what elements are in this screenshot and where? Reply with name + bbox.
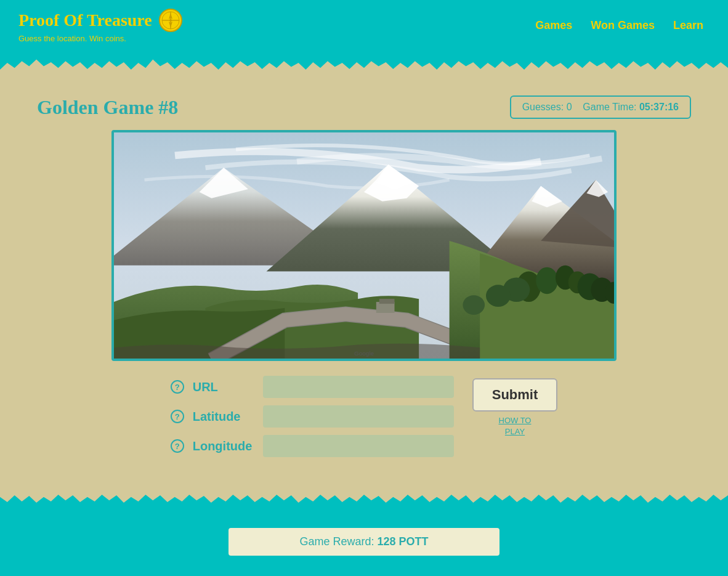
guesses-value: 0 bbox=[567, 102, 572, 112]
fields-section: ? URL ? Latitude ? Longitude bbox=[171, 376, 454, 457]
nav-learn[interactable]: Learn bbox=[673, 19, 703, 32]
longitude-field-row: ? Longitude bbox=[171, 435, 454, 457]
header: Proof Of Treasure Guess the location. Wi… bbox=[0, 0, 728, 49]
logo-text: Proof Of Treasure bbox=[18, 10, 152, 30]
nav-won-games[interactable]: Won Games bbox=[591, 19, 655, 32]
compass-icon bbox=[158, 8, 183, 33]
reward-prefix: Game Reward: bbox=[299, 535, 377, 548]
reward-bar: Game Reward: 128 POTT bbox=[229, 528, 499, 556]
longitude-label: Longitude bbox=[193, 439, 254, 453]
logo-subtitle: Guess the location. Win coins. bbox=[18, 34, 183, 43]
latitude-label: Latitude bbox=[193, 410, 254, 424]
footer: Game Reward: 128 POTT bbox=[0, 516, 728, 568]
longitude-input[interactable] bbox=[263, 435, 454, 457]
streetview-container[interactable]: Google bbox=[111, 130, 617, 361]
torn-top-edge bbox=[0, 49, 728, 83]
how-to-play-link[interactable]: HOW TOPLAY bbox=[499, 415, 532, 437]
game-stats: Guesses: 0 Game Time: 05:37:16 bbox=[510, 95, 691, 119]
latitude-field-row: ? Latitude bbox=[171, 405, 454, 428]
latitude-help-icon[interactable]: ? bbox=[171, 410, 184, 423]
svg-point-6 bbox=[169, 19, 172, 22]
logo-area: Proof Of Treasure Guess the location. Wi… bbox=[18, 8, 183, 43]
svg-text:Google: Google bbox=[354, 350, 374, 357]
longitude-help-icon[interactable]: ? bbox=[171, 439, 184, 453]
url-input[interactable] bbox=[263, 376, 454, 398]
form-area: ? URL ? Latitude ? Longitude Submit HOW … bbox=[37, 376, 691, 457]
game-time-value: 05:37:16 bbox=[639, 102, 679, 112]
game-time-label: Game Time: bbox=[583, 102, 636, 112]
svg-rect-19 bbox=[379, 299, 395, 304]
url-help-icon[interactable]: ? bbox=[171, 380, 184, 394]
logo-title: Proof Of Treasure bbox=[18, 8, 183, 33]
game-title: Golden Game #8 bbox=[37, 96, 178, 119]
reward-value: 128 POTT bbox=[378, 535, 429, 548]
guesses-label: Guesses: bbox=[522, 102, 564, 112]
torn-bottom-edge bbox=[0, 482, 728, 516]
svg-point-9 bbox=[536, 267, 558, 294]
latitude-input[interactable] bbox=[263, 405, 454, 428]
submit-button[interactable]: Submit bbox=[472, 378, 558, 412]
submit-section: Submit HOW TOPLAY bbox=[472, 378, 558, 437]
url-label: URL bbox=[193, 380, 254, 394]
nav-games[interactable]: Games bbox=[535, 19, 572, 32]
url-field-row: ? URL bbox=[171, 376, 454, 398]
main-content: Golden Game #8 Guesses: 0 Game Time: 05:… bbox=[0, 83, 728, 482]
game-header: Golden Game #8 Guesses: 0 Game Time: 05:… bbox=[37, 95, 691, 119]
svg-point-17 bbox=[463, 295, 485, 315]
mountain-scene: Google bbox=[114, 132, 614, 359]
svg-point-16 bbox=[486, 285, 511, 307]
nav-links: Games Won Games Learn bbox=[535, 19, 703, 32]
